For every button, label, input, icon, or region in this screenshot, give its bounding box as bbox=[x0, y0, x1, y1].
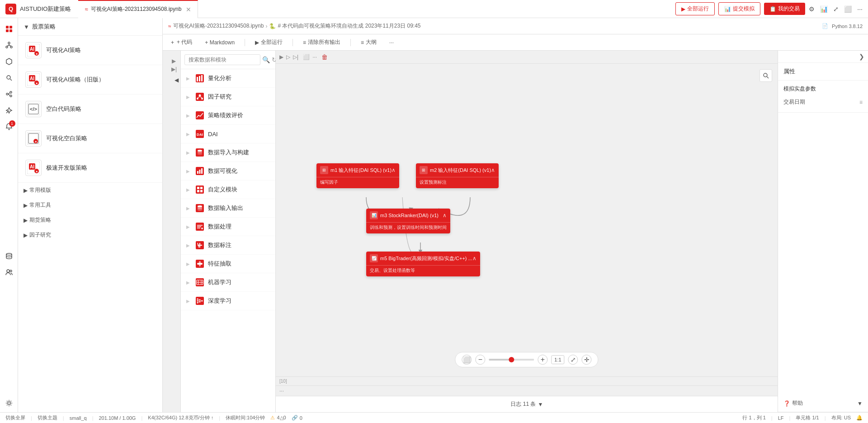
more-options-btn[interactable]: ··· bbox=[279, 388, 284, 394]
flow-node-m3[interactable]: 📊 m3 StockRanker(DAI) (v1) ∧ 训练和预测，设置训练时… bbox=[366, 209, 450, 233]
add-code-btn[interactable]: + + 代码 bbox=[168, 37, 195, 48]
module-arrow-13: ▶ bbox=[186, 299, 190, 304]
flow-node-m2[interactable]: ⊞ m2 输入特征(DAI SQL) (v1) ∧ 设置预测标注 bbox=[416, 163, 499, 188]
run-next-btn[interactable]: ▷| bbox=[293, 54, 298, 60]
toolbar-run-all-btn[interactable]: ▶ 全部运行 bbox=[252, 37, 285, 48]
svg-text:●: ● bbox=[36, 81, 38, 85]
section-common-template[interactable]: ▶ 常用模版 bbox=[18, 183, 162, 198]
flow-node-m1[interactable]: ⊞ m1 输入特征(DAI SQL) (v1) ∧ 编写因子 bbox=[316, 163, 399, 188]
strategy-item-visual-ai[interactable]: AI ● 可视化AI策略 bbox=[18, 36, 162, 65]
svg-point-94 bbox=[199, 299, 201, 301]
svg-rect-48 bbox=[199, 76, 200, 81]
breadcrumb-file-icon: ≈ bbox=[168, 23, 171, 29]
section-futures[interactable]: ▶ 期货策略 bbox=[18, 213, 162, 228]
run-visual-btn[interactable]: ▶ bbox=[279, 54, 283, 60]
svg-point-4 bbox=[8, 42, 10, 44]
module-item-quantitative[interactable]: ▶ 量化分析 bbox=[181, 69, 275, 88]
module-search-input[interactable] bbox=[184, 54, 260, 65]
sidebar-users-btn[interactable] bbox=[2, 265, 16, 280]
step-run-btn[interactable]: ▶| bbox=[171, 66, 177, 72]
strategy-item-blank-code[interactable]: </> 空白代码策略 bbox=[18, 95, 162, 124]
zoom-slider-handle[interactable] bbox=[509, 357, 514, 362]
top-bar-actions: ▶ 全部运行 📊 提交模拟 📋 我的交易 ⚙ 📊 ⤢ ⬜ ··· bbox=[675, 2, 863, 15]
sidebar-settings-btn[interactable] bbox=[2, 394, 16, 409]
delete-canvas-btn[interactable]: 🗑 bbox=[321, 53, 328, 61]
module-item-data-io[interactable]: ▶ 数据输入输出 bbox=[181, 199, 275, 218]
strategy-item-visual-blank[interactable]: ● 可视化空白策略 bbox=[18, 124, 162, 153]
module-item-custom[interactable]: ▶ 自定义模块 bbox=[181, 181, 275, 199]
right-panel-expand-btn[interactable]: ❯ bbox=[859, 53, 864, 60]
sidebar-network-btn[interactable] bbox=[2, 38, 16, 52]
module-item-data-annotation[interactable]: ▶ 数据标注 bbox=[181, 236, 275, 255]
sidebar-database-btn[interactable] bbox=[2, 249, 16, 263]
log-arrow-icon[interactable]: ▼ bbox=[538, 401, 543, 408]
switch-theme-btn[interactable]: 切换主题 bbox=[38, 414, 57, 421]
zoom-slider[interactable] bbox=[489, 359, 534, 361]
module-item-strategy-eval[interactable]: ▶ 策略绩效评价 bbox=[181, 106, 275, 125]
collapse-panel-btn[interactable]: ◀ bbox=[175, 77, 179, 83]
add-markdown-btn[interactable]: + Markdown bbox=[202, 38, 237, 47]
module-item-feature-extract[interactable]: ▶ 特征抽取 bbox=[181, 255, 275, 273]
sidebar-search-btn[interactable] bbox=[2, 71, 16, 85]
sidebar-magic-btn[interactable] bbox=[2, 103, 16, 118]
my-trade-button[interactable]: 📋 我的交易 bbox=[764, 3, 805, 15]
step-visual-btn[interactable]: ▷ bbox=[286, 54, 290, 60]
switch-fullscreen-btn[interactable]: 切换全屏 bbox=[5, 414, 25, 421]
sidebar-hexagon-btn[interactable] bbox=[2, 54, 16, 69]
breadcrumb-file: 可视化AI策略-20231123094508.ipynb bbox=[173, 22, 264, 30]
simulate-button[interactable]: 📊 提交模拟 bbox=[718, 2, 760, 15]
more-icon[interactable]: ··· bbox=[857, 5, 863, 13]
module-item-data-import[interactable]: ▶ 数据导入与构建 bbox=[181, 143, 275, 162]
tab-notebook[interactable]: ≈ 可视化AI策略-20231123094508.ipynb ✕ bbox=[78, 0, 198, 18]
svg-text:AI: AI bbox=[30, 47, 34, 52]
share-icon[interactable]: ⤢ bbox=[833, 5, 839, 13]
zoom-reset-btn[interactable]: 1:1 bbox=[551, 355, 564, 364]
strategy-icon-4: ● bbox=[25, 130, 42, 147]
module-item-data-process[interactable]: ▶ 数据处理 bbox=[181, 218, 275, 236]
tab-close-btn[interactable]: ✕ bbox=[186, 6, 191, 13]
node-m5-collapse[interactable]: ∧ bbox=[472, 255, 476, 261]
trade-date-menu-icon[interactable]: ≡ bbox=[859, 99, 863, 105]
sidebar-home-btn[interactable] bbox=[2, 22, 16, 36]
section-factor-research[interactable]: ▶ 因子研究 bbox=[18, 228, 162, 242]
zoom-fit-btn[interactable]: ⬜ bbox=[462, 355, 472, 365]
zoom-out-btn[interactable]: − bbox=[475, 355, 485, 365]
right-python-info: 📄 Python 3.8.12 bbox=[822, 23, 863, 29]
module-item-ml[interactable]: ▶ 机器学习 bbox=[181, 273, 275, 292]
canvas-expand-btn[interactable]: ⤢ bbox=[568, 355, 578, 365]
flow-node-m5[interactable]: 📈 m5 BigTrader(高频回测/模拟/实盘/C++) ... ∧ 交易、… bbox=[366, 252, 480, 276]
run-cell-btn[interactable]: ▶ bbox=[172, 58, 176, 64]
module-arrow-10: ▶ bbox=[186, 243, 190, 248]
split-icon[interactable]: ⬜ bbox=[844, 5, 852, 13]
clear-output-btn[interactable]: ≡ 清除所有输出 bbox=[300, 37, 343, 48]
node-m1-collapse[interactable]: ∧ bbox=[392, 167, 396, 173]
more-toolbar-btn[interactable]: ··· bbox=[387, 38, 396, 47]
zoom-in-btn[interactable]: + bbox=[538, 355, 547, 365]
chart-bar-icon[interactable]: 📊 bbox=[820, 5, 828, 13]
svg-rect-68 bbox=[197, 190, 199, 192]
module-arrow-9: ▶ bbox=[186, 224, 190, 229]
node-m3-collapse[interactable]: ∧ bbox=[443, 212, 447, 219]
help-section[interactable]: ❓ 帮助 ▼ bbox=[778, 395, 868, 412]
more-canvas-btn[interactable]: ··· bbox=[312, 54, 317, 60]
strategy-item-visual-ai-old[interactable]: AI ● 可视化AI策略（旧版） bbox=[18, 65, 162, 95]
module-item-factor[interactable]: ▶ 因子研究 bbox=[181, 88, 275, 106]
visual-blank-icon: ● bbox=[27, 132, 40, 145]
sidebar-connect-btn[interactable] bbox=[2, 87, 16, 101]
module-item-data-viz[interactable]: ▶ 数据可视化 bbox=[181, 162, 275, 181]
node-m2-collapse[interactable]: ∧ bbox=[491, 167, 495, 173]
stop-btn[interactable]: ⬜ bbox=[303, 54, 310, 60]
module-item-dl[interactable]: ▶ 深度学习 bbox=[181, 292, 275, 310]
settings-icon[interactable]: ⚙ bbox=[809, 5, 815, 13]
module-label-2: 因子研究 bbox=[208, 93, 231, 101]
sidebar-notification-btn[interactable]: 1 bbox=[2, 119, 16, 134]
module-item-dai[interactable]: ▶ DAI DAI bbox=[181, 125, 275, 143]
section-common-tools[interactable]: ▶ 常用工具 bbox=[18, 198, 162, 213]
run-all-button[interactable]: ▶ 全部运行 bbox=[675, 2, 715, 15]
help-expand-icon: ▼ bbox=[857, 400, 863, 407]
strategy-item-fast-dev[interactable]: AI ● 极速开发版策略 bbox=[18, 153, 162, 183]
outline-btn[interactable]: ≡ 大纲 bbox=[358, 37, 379, 48]
canvas-search-btn[interactable] bbox=[760, 69, 772, 82]
module-search-icon[interactable]: 🔍 bbox=[262, 56, 270, 63]
canvas-move-btn[interactable]: ✛ bbox=[582, 355, 592, 365]
